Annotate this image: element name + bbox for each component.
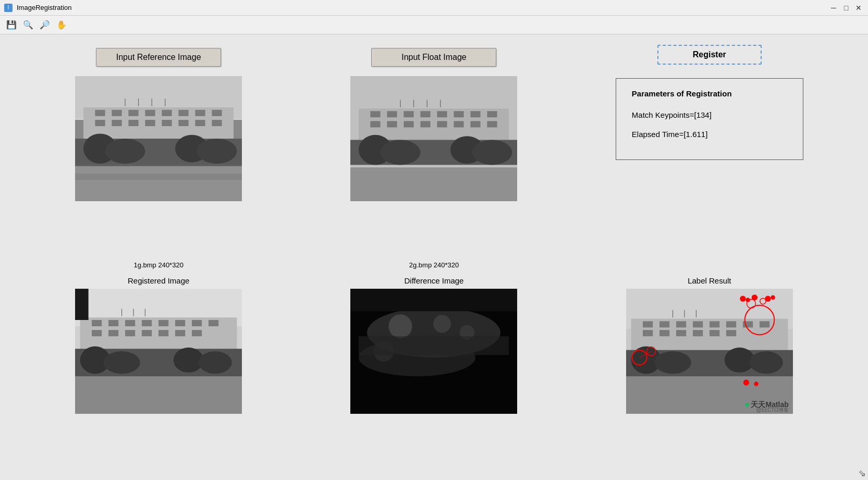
svg-rect-31 (371, 111, 381, 117)
float-image-cell (296, 76, 571, 257)
svg-rect-96 (659, 321, 669, 327)
svg-point-123 (740, 296, 745, 301)
svg-rect-33 (404, 111, 414, 117)
svg-point-53 (381, 140, 421, 165)
svg-rect-36 (454, 111, 464, 117)
svg-rect-65 (192, 320, 202, 326)
svg-rect-46 (487, 121, 497, 127)
svg-rect-71 (158, 330, 168, 336)
main-container: Input Reference Image Input Float Image … (0, 34, 868, 480)
match-keypoints: Match Keypoints=[134] (632, 110, 787, 119)
svg-point-55 (472, 140, 512, 165)
params-panel: Parameters of Registration Match Keypoin… (616, 78, 803, 160)
svg-point-81 (199, 351, 232, 374)
toolbar: 💾 🔍 🔎 ✋ (0, 16, 868, 34)
svg-rect-82 (75, 376, 242, 414)
svg-rect-107 (710, 330, 719, 336)
svg-rect-83 (75, 289, 89, 320)
svg-rect-28 (75, 174, 242, 180)
maximize-button[interactable]: □ (841, 3, 851, 13)
registered-image-cell (21, 289, 296, 470)
svg-rect-73 (192, 330, 202, 336)
svg-rect-3 (112, 110, 122, 116)
svg-rect-64 (175, 320, 185, 326)
label-result-label: Label Result (572, 273, 847, 289)
elapsed-time: Elapsed Time=[1.611] (632, 130, 787, 139)
svg-rect-34 (421, 111, 431, 117)
float-image-wrapper (350, 76, 517, 201)
svg-point-116 (750, 351, 783, 374)
svg-rect-101 (743, 321, 753, 327)
svg-rect-14 (162, 120, 172, 126)
svg-rect-45 (471, 121, 481, 127)
svg-rect-12 (129, 120, 139, 126)
input-float-button[interactable]: Input Float Image (371, 48, 496, 67)
svg-rect-68 (108, 330, 118, 336)
svg-rect-15 (179, 120, 189, 126)
svg-rect-39 (371, 121, 381, 127)
input-reference-cell: Input Reference Image (21, 45, 296, 76)
svg-rect-5 (145, 110, 155, 116)
svg-rect-66 (209, 320, 218, 326)
svg-rect-13 (145, 120, 155, 126)
label-result-svg (626, 289, 793, 414)
svg-rect-100 (726, 321, 736, 327)
svg-rect-67 (92, 330, 102, 336)
difference-image-label: Difference Image (296, 273, 571, 289)
watermark-sub: @51CTO博客 (756, 407, 789, 414)
svg-rect-62 (142, 320, 152, 326)
svg-point-128 (743, 379, 749, 385)
pan-button[interactable]: ✋ (54, 18, 69, 32)
resize-handle[interactable]: ⇘ (858, 469, 866, 478)
svg-rect-59 (92, 320, 102, 326)
input-float-cell: Input Float Image (296, 45, 571, 76)
svg-rect-44 (454, 121, 464, 127)
svg-rect-72 (175, 330, 185, 336)
svg-point-26 (197, 139, 237, 164)
svg-rect-106 (693, 330, 703, 336)
svg-rect-10 (95, 120, 105, 126)
float-building-scene (350, 76, 517, 201)
svg-point-129 (754, 381, 758, 386)
svg-rect-2 (95, 110, 105, 116)
svg-rect-38 (487, 111, 497, 117)
svg-point-127 (771, 295, 775, 299)
ref-file-label: 1g.bmp 240*320 (21, 257, 296, 273)
svg-rect-70 (142, 330, 152, 336)
float-image (350, 76, 517, 201)
svg-rect-63 (158, 320, 168, 326)
svg-rect-69 (125, 330, 135, 336)
svg-rect-40 (387, 121, 397, 127)
zoom-in-button[interactable]: 🔍 (21, 18, 35, 32)
svg-point-125 (752, 294, 757, 300)
svg-rect-102 (760, 321, 769, 327)
input-reference-button[interactable]: Input Reference Image (96, 48, 221, 67)
svg-rect-43 (437, 121, 447, 127)
title-bar: I ImageRegistration ─ □ ✕ (0, 0, 868, 16)
svg-point-87 (389, 314, 412, 338)
registered-image-label: Registered Image (21, 273, 296, 289)
building-details-svg (75, 76, 242, 201)
reference-image-cell (21, 76, 296, 257)
svg-point-79 (104, 351, 140, 374)
save-button[interactable]: 💾 (4, 18, 19, 32)
registered-scene-svg (75, 289, 242, 414)
diff-scene-svg (350, 289, 517, 414)
title-bar-left: I ImageRegistration (4, 4, 72, 12)
float-building-svg (350, 76, 517, 201)
svg-rect-17 (212, 120, 222, 126)
reference-image (75, 76, 242, 201)
close-button[interactable]: ✕ (853, 3, 864, 13)
svg-rect-27 (75, 166, 242, 201)
svg-rect-6 (162, 110, 172, 116)
svg-rect-98 (693, 321, 703, 327)
zoom-out-button[interactable]: 🔎 (38, 18, 52, 32)
svg-rect-105 (676, 330, 686, 336)
label-result-image: ♥ 天天Matlab @51CTO博客 (626, 289, 793, 414)
svg-rect-92 (359, 336, 509, 355)
minimize-button[interactable]: ─ (828, 3, 839, 13)
content-grid: Input Reference Image Input Float Image … (0, 34, 868, 480)
svg-point-126 (765, 296, 771, 301)
svg-rect-42 (421, 121, 431, 127)
svg-rect-37 (471, 111, 481, 117)
